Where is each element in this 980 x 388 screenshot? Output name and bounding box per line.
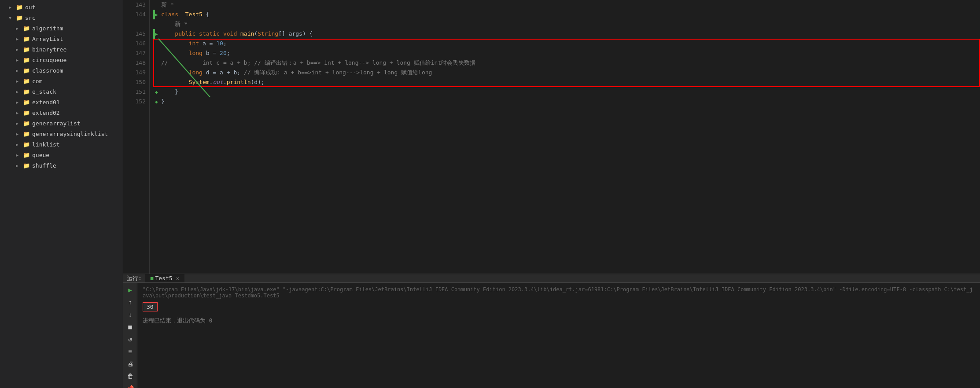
rerun-button[interactable]: ↺ xyxy=(125,334,136,344)
stop-button[interactable]: ■ xyxy=(125,322,136,332)
sidebar-item-com[interactable]: ▶ 📁 com xyxy=(0,76,123,86)
code-line-145: ▶ public static void main(String[] args)… xyxy=(150,29,980,39)
sidebar-item-src[interactable]: ▼ 📁 src xyxy=(0,12,123,23)
sidebar-item-extend01[interactable]: ▶ 📁 extend01 xyxy=(0,97,123,107)
sidebar-item-queue[interactable]: ▶ 📁 queue xyxy=(0,150,123,160)
sidebar-item-generarraysinglinklist[interactable]: ▶ 📁 generarraysinglinklist xyxy=(0,128,123,139)
code-text-149: long d = a + b; // 编译成功: a + b==>int + l… xyxy=(161,68,432,77)
line-num-149: 149 xyxy=(123,68,146,77)
output-value: 30 xyxy=(143,302,158,311)
tree-arrow-estack: ▶ xyxy=(16,89,23,94)
code-line-blank1: 新 * xyxy=(150,19,980,29)
sidebar-item-circuqueue[interactable]: ▶ 📁 circuqueue xyxy=(0,55,123,65)
sidebar-item-extend02[interactable]: ▶ 📁 extend02 xyxy=(0,107,123,118)
sidebar-label-binarytree: binarytree xyxy=(32,46,66,53)
line-num-150: 150 xyxy=(123,77,146,87)
format-button[interactable]: ≡ xyxy=(125,346,136,357)
bottom-output: "C:\Program Files\Java\jdk-17\bin\java.e… xyxy=(137,283,980,388)
bottom-toolbar: ▶ ↑ ↓ ■ ↺ ≡ 🖨 🗑 📌 xyxy=(123,283,137,388)
code-text-143: 新 * xyxy=(161,0,174,10)
bottom-panel: 运行: ■ Test5 × ▶ ↑ ↓ ■ ↺ ≡ 🖨 🗑 xyxy=(123,274,980,388)
code-text-152: } xyxy=(161,97,165,106)
sidebar-item-linklist[interactable]: ▶ 📁 linklist xyxy=(0,139,123,150)
folder-icon-src: 📁 xyxy=(16,15,23,21)
line-num-152: 152 xyxy=(123,97,146,106)
tree-arrow-classroom: ▶ xyxy=(16,68,23,73)
delete-button[interactable]: 🗑 xyxy=(125,371,136,381)
tree-arrow-binarytree: ▶ xyxy=(16,47,23,52)
code-text-148: // int c = a + b; // 编译出错：a + b==> int +… xyxy=(161,58,475,68)
tree-arrow-queue: ▶ xyxy=(16,153,23,157)
line-numbers-gutter: 143 144 145 146 147 148 149 150 151 152 xyxy=(123,0,150,274)
code-line-148: // int c = a + b; // 编译出错：a + b==> int +… xyxy=(150,58,980,68)
folder-icon-circuqueue: 📁 xyxy=(23,57,30,63)
output-exit-message: 进程已结束，退出代码为 0 xyxy=(143,317,975,325)
scroll-down-button[interactable]: ↓ xyxy=(125,309,136,320)
line-num-151: 151 xyxy=(123,87,146,97)
code-text-145: public static void main(String[] args) { xyxy=(161,29,313,39)
tree-arrow-generarraysinglinklist: ▶ xyxy=(16,132,23,136)
sidebar-item-generarraylist[interactable]: ▶ 📁 generarraylist xyxy=(0,118,123,128)
code-text-147: long b = 20; xyxy=(161,48,230,58)
line-num-blank1 xyxy=(123,19,146,29)
folder-icon-linklist: 📁 xyxy=(23,141,30,148)
arrow-152: ◆ xyxy=(155,99,161,105)
sidebar-label-out: out xyxy=(25,4,35,11)
sidebar-item-arraylist[interactable]: ▶ 📁 ArrayList xyxy=(0,33,123,44)
folder-icon-generarraylist: 📁 xyxy=(23,120,30,127)
code-line-151: ◆ } xyxy=(150,87,980,97)
tree-arrow-arraylist: ▶ xyxy=(16,37,23,41)
code-text-146: int a = 10; xyxy=(161,39,227,48)
code-text-blank1: 新 * xyxy=(161,19,188,29)
pin-button[interactable]: 📌 xyxy=(125,383,136,388)
folder-icon-com: 📁 xyxy=(23,78,30,84)
tree-arrow-extend02: ▶ xyxy=(16,110,23,115)
tree-arrow-com: ▶ xyxy=(16,79,23,84)
editor-area: 143 144 145 146 147 148 149 150 151 152 xyxy=(123,0,980,388)
folder-icon-generarraysinglinklist: 📁 xyxy=(23,131,30,137)
scroll-up-button[interactable]: ↑ xyxy=(125,297,136,307)
folder-icon-binarytree: 📁 xyxy=(23,46,30,53)
sidebar-item-classroom[interactable]: ▶ 📁 classroom xyxy=(0,65,123,76)
tree-arrow-out: ▶ xyxy=(9,5,16,10)
run-header: 运行: ■ Test5 × xyxy=(123,274,980,283)
run-tab-icon: ■ xyxy=(151,275,154,281)
sidebar-label-estack: e_stack xyxy=(32,88,56,95)
print-button[interactable]: 🖨 xyxy=(125,359,136,369)
sidebar-label-shuffle: shuffle xyxy=(32,162,56,169)
sidebar-item-shuffle[interactable]: ▶ 📁 shuffle xyxy=(0,160,123,171)
code-editor-wrapper: 143 144 145 146 147 148 149 150 151 152 xyxy=(123,0,980,274)
sidebar-item-binarytree[interactable]: ▶ 📁 binarytree xyxy=(0,44,123,55)
sidebar-label-arraylist: ArrayList xyxy=(32,36,63,42)
code-text-144: class Test5 { xyxy=(161,10,210,19)
folder-icon-algorithm: 📁 xyxy=(23,25,30,32)
bottom-content: ▶ ↑ ↓ ■ ↺ ≡ 🖨 🗑 📌 "C:\Program Files\Java… xyxy=(123,283,980,388)
output-value-box: 30 xyxy=(143,300,975,313)
code-text-151: } xyxy=(161,87,178,97)
sidebar-label-algorithm: algorithm xyxy=(32,25,63,32)
run-header-label: 运行: xyxy=(127,275,142,282)
run-tab-close[interactable]: × xyxy=(176,275,180,282)
line-num-145: 145 xyxy=(123,29,146,39)
sidebar-item-out[interactable]: ▶ 📁 out xyxy=(0,2,123,12)
sidebar-item-estack[interactable]: ▶ 📁 e_stack xyxy=(0,86,123,97)
code-view[interactable]: 143 144 145 146 147 148 149 150 151 152 xyxy=(123,0,980,274)
file-tree-sidebar: ▶ 📁 out ▼ 📁 src ▶ 📁 algorithm ▶ 📁 ArrayL… xyxy=(0,0,123,388)
code-text-150: System.out.println(d); xyxy=(161,77,265,87)
tree-arrow-algorithm: ▶ xyxy=(16,26,23,31)
line-num-148: 148 xyxy=(123,58,146,68)
code-line-143: 新 * xyxy=(150,0,980,10)
code-line-147: long b = 20; xyxy=(150,48,980,58)
run-tab[interactable]: ■ Test5 × xyxy=(145,274,185,282)
sidebar-label-circuqueue: circuqueue xyxy=(32,57,66,63)
sidebar-label-src: src xyxy=(25,15,35,21)
code-content-area[interactable]: 新 * ▶ class Test5 { 新 * xyxy=(150,0,980,274)
sidebar-label-classroom: classroom xyxy=(32,67,63,74)
sidebar-label-linklist: linklist xyxy=(32,141,60,148)
sidebar-item-algorithm[interactable]: ▶ 📁 algorithm xyxy=(0,23,123,33)
folder-icon-arraylist: 📁 xyxy=(23,36,30,42)
run-button[interactable]: ▶ xyxy=(125,285,136,295)
tree-arrow-generarraylist: ▶ xyxy=(16,121,23,126)
tree-arrow-circuqueue: ▶ xyxy=(16,58,23,62)
line-num-146: 146 xyxy=(123,39,146,48)
